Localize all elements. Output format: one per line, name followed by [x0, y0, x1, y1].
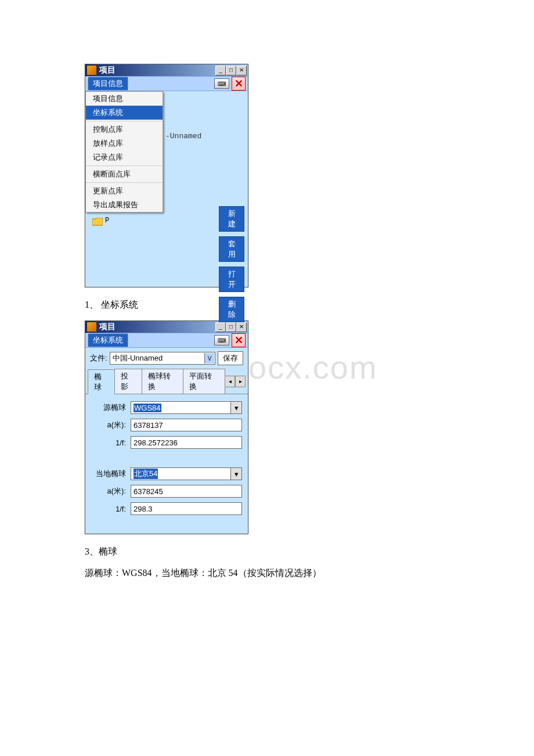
menu-item-coord[interactable]: 坐标系统	[86, 106, 163, 120]
menubar: 坐标系统 ⌨ ✕	[85, 333, 248, 348]
tab-plane-transform[interactable]: 平面转换	[183, 369, 225, 394]
file-row: 文件: 中国-Unnamed V 保存	[85, 348, 248, 369]
keyboard-icon[interactable]: ⌨	[214, 78, 229, 89]
form-row-src-a: a(米): 6378137	[91, 419, 242, 431]
window-body: 文件: 中国-Unnamed V 保存 椭球 投影 椭球转换 平面转换 ◂ ▸	[85, 348, 248, 534]
file-label: 文件:	[90, 353, 107, 363]
src-ellipsoid-value: WGS84	[134, 404, 161, 412]
titlebar: 项目 _ □ ✕	[85, 64, 248, 76]
menu-item-cross[interactable]: 横断面点库	[86, 167, 163, 181]
tab-ellipsoid[interactable]: 椭球	[88, 369, 115, 394]
tab-scroll: ◂ ▸	[225, 369, 246, 394]
src-ellipsoid-select[interactable]: WGS84 ▾	[131, 401, 242, 414]
new-button[interactable]: 新建	[219, 206, 244, 232]
local-ellipsoid-select[interactable]: 北京54 ▾	[131, 467, 242, 480]
local-1f-label: 1/f:	[91, 505, 126, 513]
caption-3: 源椭球：WGS84，当地椭球：北京 54（按实际情况选择）	[85, 567, 449, 579]
folder-icon[interactable]	[92, 218, 103, 226]
local-1f-value: 298.3	[134, 505, 153, 513]
tab-scroll-left[interactable]: ◂	[225, 376, 235, 387]
file-value: 中国-Unnamed	[113, 353, 163, 363]
form-row-src-ellipsoid: 源椭球 WGS84 ▾	[91, 401, 242, 414]
titlebar: 项目 _ □ ✕	[85, 321, 248, 333]
local-ellipsoid-label: 当地椭球	[91, 469, 126, 479]
window-controls: _ □ ✕	[215, 66, 247, 75]
src-a-label: a(米):	[91, 420, 126, 430]
delete-button[interactable]: 删除	[219, 297, 244, 322]
app-icon	[86, 322, 97, 332]
close-panel-button[interactable]: ✕	[232, 333, 246, 347]
save-button[interactable]: 保存	[218, 351, 243, 365]
menu-item-info[interactable]: 项目信息	[86, 92, 163, 106]
tab-ellip-transform[interactable]: 椭球转换	[142, 369, 184, 394]
menu-item-stake[interactable]: 放样点库	[86, 136, 163, 150]
app-icon	[86, 65, 97, 75]
window-body: 项目信息 坐标系统 控制点库 放样点库 记录点库 横断面点库 更新点库 导出成果…	[85, 91, 248, 287]
local-a-value: 6378245	[134, 487, 163, 496]
menu-item-export[interactable]: 导出成果报告	[86, 198, 163, 212]
menu-item-ctrl[interactable]: 控制点库	[86, 123, 163, 136]
folder-label: P	[105, 217, 109, 225]
side-buttons: 新建 套用 打开 删除	[219, 206, 244, 322]
apply-button[interactable]: 套用	[219, 236, 244, 262]
close-button[interactable]: ✕	[236, 66, 247, 75]
form-row-src-1f: 1/f: 298.2572236	[91, 436, 242, 449]
file-combo[interactable]: 中国-Unnamed V	[110, 352, 215, 365]
chevron-down-icon[interactable]: V	[204, 353, 214, 363]
minimize-button[interactable]: _	[215, 322, 226, 332]
local-a-label: a(米):	[91, 486, 126, 496]
window-title: 项目	[99, 322, 215, 332]
tab-scroll-right[interactable]: ▸	[235, 376, 246, 387]
menu-coord-system[interactable]: 坐标系统	[88, 333, 128, 347]
local-a-input[interactable]: 6378245	[131, 485, 242, 498]
form-row-local-a: a(米): 6378245	[91, 485, 242, 498]
open-button[interactable]: 打开	[219, 267, 244, 292]
chevron-down-icon[interactable]: ▾	[230, 402, 241, 413]
caption-2: 3、椭球	[85, 546, 449, 558]
menu-item-update[interactable]: 更新点库	[86, 184, 163, 198]
form-row-local-1f: 1/f: 298.3	[91, 502, 242, 515]
src-ellipsoid-label: 源椭球	[91, 402, 126, 413]
form-row-local-ellipsoid: 当地椭球 北京54 ▾	[91, 467, 242, 480]
tab-bar: 椭球 投影 椭球转换 平面转换 ◂ ▸	[85, 369, 248, 394]
src-1f-input[interactable]: 298.2572236	[131, 436, 242, 449]
unnamed-label: -Unnamed	[165, 132, 201, 141]
menu-item-record[interactable]: 记录点库	[86, 150, 163, 164]
maximize-button[interactable]: □	[226, 66, 236, 75]
src-1f-value: 298.2572236	[134, 438, 178, 447]
caption-1: 1、 坐标系统	[85, 299, 449, 311]
local-1f-input[interactable]: 298.3	[131, 502, 242, 515]
minimize-button[interactable]: _	[215, 66, 226, 75]
window-controls: _ □ ✕	[215, 322, 247, 332]
local-ellipsoid-value: 北京54	[134, 469, 158, 479]
keyboard-icon[interactable]: ⌨	[214, 335, 229, 345]
close-button[interactable]: ✕	[236, 322, 247, 332]
src-a-value: 6378137	[134, 421, 163, 430]
maximize-button[interactable]: □	[226, 322, 236, 332]
chevron-down-icon[interactable]: ▾	[230, 468, 241, 480]
src-1f-label: 1/f:	[91, 438, 126, 447]
tab-projection[interactable]: 投影	[114, 369, 142, 394]
window-coord: 项目 _ □ ✕ 坐标系统 ⌨ ✕ 文件: 中国-Unnamed V 保存 椭球	[85, 321, 248, 534]
menu-separator	[86, 165, 163, 166]
menu-project-info[interactable]: 项目信息	[88, 77, 128, 91]
form-area: 源椭球 WGS84 ▾ a(米): 6378137 1/f: 298.25722…	[85, 394, 248, 534]
src-a-input[interactable]: 6378137	[131, 419, 242, 431]
close-panel-button[interactable]: ✕	[232, 77, 246, 91]
menu-separator	[86, 182, 163, 183]
dropdown-menu: 项目信息 坐标系统 控制点库 放样点库 记录点库 横断面点库 更新点库 导出成果…	[85, 91, 163, 213]
window-title: 项目	[99, 65, 215, 75]
menu-separator	[86, 121, 163, 121]
window-project: 项目 _ □ ✕ 项目信息 ⌨ ✕ 项目信息 坐标系统 控制点库 放样点库 记录…	[85, 64, 248, 287]
menubar: 项目信息 ⌨ ✕	[85, 76, 248, 91]
